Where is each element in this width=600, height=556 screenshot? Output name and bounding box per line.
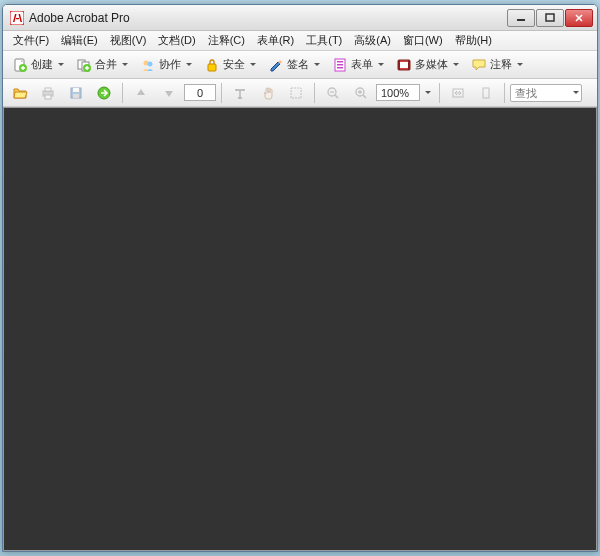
app-icon	[9, 10, 25, 26]
chevron-down-icon	[186, 63, 192, 66]
menubar: 文件(F) 编辑(E) 视图(V) 文档(D) 注释(C) 表单(R) 工具(T…	[3, 31, 597, 51]
save-button[interactable]	[63, 82, 89, 104]
menu-comment[interactable]: 注释(C)	[202, 31, 251, 50]
multimedia-button[interactable]: 多媒体	[391, 54, 464, 76]
fit-width-button[interactable]	[445, 82, 471, 104]
comments-button[interactable]: 注释	[466, 54, 528, 76]
menu-help[interactable]: 帮助(H)	[449, 31, 498, 50]
hand-icon	[260, 85, 276, 101]
marquee-tool-button[interactable]	[283, 82, 309, 104]
chevron-down-icon	[573, 91, 579, 94]
forms-label: 表单	[351, 57, 373, 72]
forms-icon	[332, 57, 348, 73]
separator	[439, 83, 440, 103]
prev-page-button[interactable]	[128, 82, 154, 104]
svg-point-9	[148, 61, 153, 66]
open-button[interactable]	[7, 82, 33, 104]
chevron-down-icon	[453, 63, 459, 66]
chevron-down-icon	[314, 63, 320, 66]
create-button[interactable]: 创建	[7, 54, 69, 76]
sign-button[interactable]: 签名	[263, 54, 325, 76]
maximize-button[interactable]	[536, 9, 564, 27]
hand-tool-button[interactable]	[255, 82, 281, 104]
chevron-down-icon	[425, 91, 431, 94]
zoom-out-button[interactable]	[320, 82, 346, 104]
create-label: 创建	[31, 57, 53, 72]
separator	[314, 83, 315, 103]
menu-forms[interactable]: 表单(R)	[251, 31, 300, 50]
arrow-up-icon	[133, 85, 149, 101]
print-icon	[40, 85, 56, 101]
main-toolbar: 创建 合并 协作 安全 签名	[3, 51, 597, 79]
separator	[504, 83, 505, 103]
svg-rect-20	[45, 88, 51, 91]
comment-icon	[471, 57, 487, 73]
export-button[interactable]	[91, 82, 117, 104]
chevron-down-icon	[250, 63, 256, 66]
print-button[interactable]	[35, 82, 61, 104]
svg-rect-18	[408, 60, 410, 70]
window-controls	[506, 9, 593, 27]
sign-icon	[268, 57, 284, 73]
svg-rect-23	[73, 88, 79, 92]
separator	[122, 83, 123, 103]
menu-file[interactable]: 文件(F)	[7, 31, 55, 50]
fit-page-button[interactable]	[473, 82, 499, 104]
collaborate-button[interactable]: 协作	[135, 54, 197, 76]
svg-rect-21	[45, 95, 51, 99]
svg-rect-10	[208, 64, 216, 71]
svg-rect-13	[337, 64, 343, 66]
collaborate-label: 协作	[159, 57, 181, 72]
comments-label: 注释	[490, 57, 512, 72]
menu-edit[interactable]: 编辑(E)	[55, 31, 104, 50]
next-page-button[interactable]	[156, 82, 182, 104]
zoom-dropdown-button[interactable]	[420, 82, 434, 104]
select-tool-button[interactable]	[227, 82, 253, 104]
svg-rect-14	[337, 67, 343, 69]
titlebar: Adobe Acrobat Pro	[3, 5, 597, 31]
text-select-icon	[232, 85, 248, 101]
sign-label: 签名	[287, 57, 309, 72]
multimedia-icon	[396, 57, 412, 73]
menu-view[interactable]: 视图(V)	[104, 31, 153, 50]
svg-rect-16	[400, 62, 408, 68]
close-button[interactable]	[565, 9, 593, 27]
minimize-button[interactable]	[507, 9, 535, 27]
fit-width-icon	[450, 85, 466, 101]
arrow-down-icon	[161, 85, 177, 101]
secure-label: 安全	[223, 57, 245, 72]
zoom-level-input[interactable]	[376, 84, 420, 101]
file-toolbar	[3, 79, 597, 107]
forms-button[interactable]: 表单	[327, 54, 389, 76]
svg-rect-30	[483, 88, 489, 98]
app-window: Adobe Acrobat Pro 文件(F) 编辑(E) 视图(V) 文档(D…	[2, 4, 598, 552]
menu-advanced[interactable]: 高级(A)	[348, 31, 397, 50]
separator	[221, 83, 222, 103]
menu-tools[interactable]: 工具(T)	[300, 31, 348, 50]
zoom-out-icon	[325, 85, 341, 101]
svg-rect-12	[337, 61, 343, 63]
multimedia-label: 多媒体	[415, 57, 448, 72]
search-input[interactable]	[515, 87, 571, 99]
merge-label: 合并	[95, 57, 117, 72]
menu-window[interactable]: 窗口(W)	[397, 31, 449, 50]
merge-icon	[76, 57, 92, 73]
window-title: Adobe Acrobat Pro	[29, 11, 506, 25]
chevron-down-icon	[122, 63, 128, 66]
page-number-input[interactable]	[184, 84, 216, 101]
secure-button[interactable]: 安全	[199, 54, 261, 76]
save-icon	[68, 85, 84, 101]
search-box[interactable]	[510, 84, 582, 102]
zoom-in-icon	[353, 85, 369, 101]
zoom-in-button[interactable]	[348, 82, 374, 104]
folder-open-icon	[12, 85, 28, 101]
create-icon	[12, 57, 28, 73]
export-icon	[96, 85, 112, 101]
svg-rect-1	[517, 19, 525, 21]
menu-document[interactable]: 文档(D)	[152, 31, 201, 50]
chevron-down-icon	[517, 63, 523, 66]
merge-button[interactable]: 合并	[71, 54, 133, 76]
svg-rect-2	[546, 14, 554, 21]
chevron-down-icon	[378, 63, 384, 66]
svg-rect-17	[398, 60, 400, 70]
